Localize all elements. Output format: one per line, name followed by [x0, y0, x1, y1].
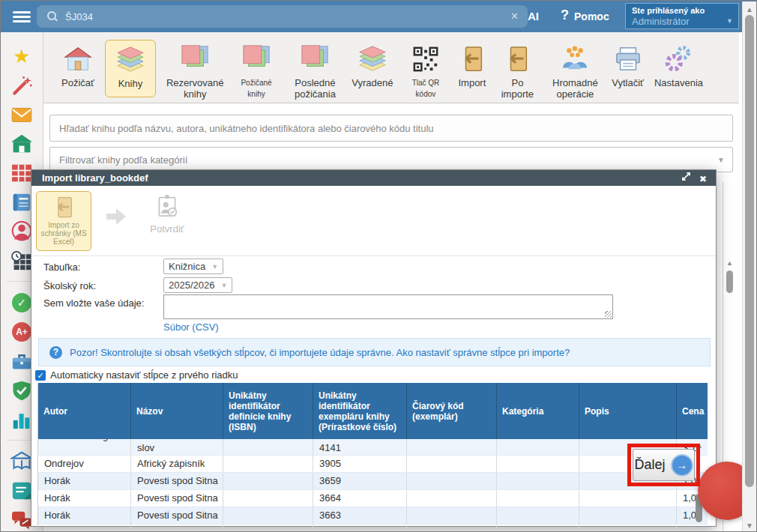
hamburger-menu-icon[interactable] [13, 9, 31, 24]
toolbar-button-po-importe[interactable]: Po importe [496, 40, 538, 100]
toolbar-button-hromadne-operacie[interactable]: Hromadné operácie [549, 40, 602, 100]
cell-autor: Horák [38, 473, 131, 489]
ai-button[interactable]: AI [528, 10, 539, 22]
toolbar-label: Vyradené [352, 77, 393, 88]
sidebar-item-messages-mail[interactable] [9, 104, 34, 124]
book-stack-icon [357, 44, 388, 74]
import-from-clipboard-button[interactable]: Import zo schránky (MS Excel) [36, 191, 91, 251]
toolbar-button-pozicat[interactable]: Požičať [61, 40, 94, 88]
cell-kategoria [497, 439, 579, 455]
toolbar-button-knihy[interactable]: Knihy [105, 40, 156, 97]
scroll-up-icon[interactable]: ▲ [726, 259, 733, 267]
table-row[interactable]: Ivanová Šalingová Slovník cudzích slov 4… [38, 439, 708, 456]
cell-popis [579, 525, 677, 528]
sidebar-item-wizard[interactable] [9, 75, 34, 95]
school-year-select[interactable]: 2025/2026 ▼ [163, 277, 232, 293]
checkbox-checked-icon[interactable]: ✓ [35, 370, 46, 381]
cell-nazov: Slovník cudzích slov [131, 439, 223, 455]
cell-exemplar [313, 525, 407, 528]
chevron-down-icon: ▼ [220, 282, 227, 289]
toolbar-button-tlac-qr[interactable]: Tlač QR kódov [403, 40, 447, 100]
help-button[interactable]: Pomoc [574, 10, 609, 22]
toolbar-button-nastavenia[interactable]: Nastavenia [654, 40, 703, 88]
home-icon [64, 46, 92, 73]
expand-icon[interactable] [682, 172, 690, 181]
dialog-toolbar: Import zo schránky (MS Excel) Potvrdiť [31, 186, 716, 256]
table-select[interactable]: Knižnica ▼ [163, 259, 223, 274]
import-button-label: Import zo schránky (MS Excel) [37, 221, 91, 246]
book-stack-icon [115, 45, 146, 75]
next-button[interactable]: Ďalej → [633, 449, 695, 481]
auto-columns-label: Automaticky nastaviť stĺpce z prvého ria… [50, 369, 238, 381]
paste-data-textarea[interactable] [163, 294, 613, 319]
cell-popis [579, 507, 677, 524]
import-door-icon [459, 45, 486, 73]
import-preview-table: Autor Názov Unikátny identifikátor defin… [37, 383, 708, 528]
help-icon[interactable]: ? [561, 7, 569, 23]
people-group-icon [560, 45, 590, 73]
scrollbar-thumb[interactable] [726, 270, 733, 293]
cell-autor: Ivanová Šalingová [38, 439, 131, 455]
chevron-down-icon: ▼ [717, 156, 725, 164]
toolbar-button-vyradene[interactable]: Vyradené [352, 40, 393, 88]
qr-code-icon [412, 46, 439, 73]
toolbar-button-import[interactable]: Import [458, 40, 486, 88]
gears-icon [663, 45, 693, 73]
confirm-button[interactable]: Potvrdiť [141, 193, 193, 235]
table-body: Ivanová Šalingová Slovník cudzích slov 4… [38, 439, 708, 528]
global-search-input[interactable]: ŠJ034 ✕ [37, 5, 528, 28]
chat-bubbles-icon [10, 510, 33, 530]
magic-wand-icon [10, 75, 33, 96]
app-window: ŠJ034 ✕ AI ? Pomoc Ste prihlásený ako Ad… [0, 0, 757, 532]
toolbar-label: Vytlačiť [612, 77, 644, 88]
sidebar-item-home[interactable] [9, 133, 34, 154]
toolbar-button-rezervovane-knihy[interactable]: Rezervované knihy [166, 40, 224, 100]
search-value: ŠJ034 [65, 11, 93, 22]
book-search-placeholder: Hľadať knihu podľa názvu, autora, unikát… [59, 123, 434, 134]
cell-ciarovy-kod [407, 507, 497, 524]
close-icon[interactable]: ✖ [699, 172, 707, 187]
cell-isbn [223, 525, 313, 528]
toolbar-button-pozicane-knihy[interactable]: Požičané knihy [235, 40, 279, 100]
cell-exemplar: 4141 [313, 439, 407, 455]
toolbar-label: Knihy [118, 78, 143, 89]
scroll-down-icon[interactable]: ▼ [746, 522, 753, 530]
table-row[interactable]: Ondrejov Africký zápisník 3905 [38, 456, 708, 473]
book-copies-icon [180, 44, 210, 74]
cell-kategoria [497, 473, 579, 489]
library-toolbar: Požičať Knihy Rezervované knihy Požičané… [43, 32, 739, 103]
star-icon: ★ [13, 46, 30, 66]
column-header: Autor [38, 383, 131, 439]
scrollbar-thumb[interactable] [745, 15, 754, 487]
cell-ciarovy-kod [407, 473, 497, 489]
table-row[interactable]: Horák Povesti spod Sitna [38, 525, 708, 528]
table-select-value: Knižnica [169, 261, 205, 272]
category-filter-dropdown[interactable]: Filtrovať knihy podľa kategórií ▼ [49, 147, 733, 172]
toolbar-button-vytlacit[interactable]: Vytlačiť [612, 40, 644, 88]
timetable-icon [11, 163, 32, 183]
csv-file-link[interactable]: Súbor (CSV) [163, 321, 219, 333]
cell-ciarovy-kod [407, 456, 497, 472]
next-button-label: Ďalej [634, 457, 665, 473]
book-search-input[interactable]: Hľadať knihu podľa názvu, autora, unikát… [49, 115, 733, 142]
resize-handle[interactable] [605, 311, 612, 318]
paste-data-label: Sem vložte vaše údaje: [43, 297, 144, 309]
table-row[interactable]: Horák Povesti spod Sitna 3663 1,0 [38, 507, 708, 525]
toolbar-button-posledne-pozicania[interactable]: Posledné požičania [289, 40, 342, 100]
page-scrollbar[interactable]: ▲ ▼ [742, 1, 756, 532]
logged-in-user-dropdown[interactable]: Ste prihlásený ako Administrátor ▼ [625, 3, 739, 29]
help-circle-icon[interactable]: ? [49, 346, 62, 359]
scroll-up-icon[interactable]: ▲ [746, 5, 753, 13]
import-door-icon [504, 45, 531, 73]
cell-exemplar: 3664 [313, 490, 407, 507]
cell-ciarovy-kod [407, 439, 497, 455]
column-header: Názov [131, 383, 223, 439]
sidebar-item-favorites[interactable]: ★ [9, 46, 34, 66]
table-row[interactable]: Horák Povesti spod Sitna 3659 1,0 [38, 473, 708, 490]
highlight-annotation: Ďalej → [627, 444, 700, 486]
cell-nazov: Povesti spod Sitna [131, 525, 223, 528]
table-row[interactable]: Horák Povesti spod Sitna 3664 1,0 [38, 490, 708, 507]
column-header: Unikátny identifikátor exempláru knihy (… [313, 383, 407, 439]
clear-search-icon[interactable]: ✕ [510, 10, 519, 22]
a-plus-icon: A+ [12, 322, 31, 342]
